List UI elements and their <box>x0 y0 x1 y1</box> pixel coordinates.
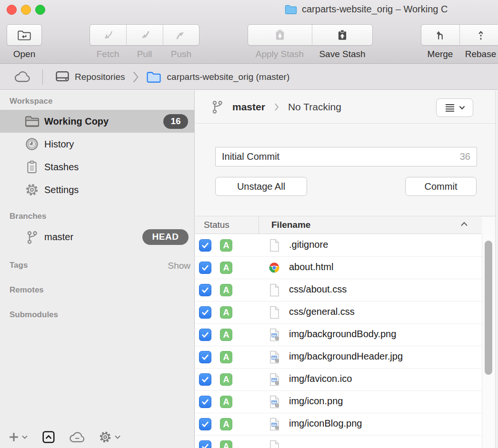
status-added-badge: A <box>220 396 232 408</box>
unstage-all-button[interactable]: Unstage All <box>215 177 307 196</box>
pull-label: Pull <box>126 49 163 59</box>
toolbar-merge-group: Merge Rebase <box>421 24 498 59</box>
gear-icon <box>99 430 112 444</box>
fetch-label: Fetch <box>90 49 126 59</box>
commit-button[interactable]: Commit <box>405 177 477 196</box>
zoom-button[interactable] <box>35 5 45 15</box>
apply-stash-label: Apply Stash <box>248 49 312 59</box>
rebase-label: Rebase <box>459 49 498 59</box>
status-added-badge: A <box>220 239 232 252</box>
pull-button[interactable] <box>126 25 162 45</box>
sidebar-item-working-copy[interactable]: Working Copy 16 <box>0 110 194 133</box>
breadcrumb: Repositories carparts-website_orig (mast… <box>0 65 498 90</box>
file-row[interactable]: A img/icon.png <box>195 391 482 413</box>
close-button[interactable] <box>7 5 17 15</box>
branch-name: master <box>44 232 73 243</box>
sidebar-item-history[interactable]: History <box>0 133 194 156</box>
rebase-icon <box>475 29 487 42</box>
scrollbar-track[interactable] <box>482 234 495 448</box>
file-row[interactable]: A img/backgroundBody.png <box>195 324 482 346</box>
hamburger-icon <box>445 104 455 112</box>
merge-icon <box>434 29 447 42</box>
doc-file-icon <box>268 440 281 448</box>
doc-file-icon <box>268 239 281 252</box>
save-stash-button[interactable] <box>312 25 372 45</box>
tags-header[interactable]: Tags <box>10 261 28 270</box>
sidebar-item-branch-master[interactable]: master HEAD <box>0 225 194 248</box>
apply-stash-icon <box>274 29 286 42</box>
column-header-status[interactable]: Status <box>204 220 229 230</box>
open-button[interactable] <box>7 25 41 45</box>
hide-panel-button[interactable] <box>41 430 56 444</box>
file-row[interactable]: A css/general.css <box>195 302 482 324</box>
submodules-header[interactable]: Submodules <box>10 310 58 320</box>
stage-checkbox[interactable] <box>199 329 211 341</box>
status-added-badge: A <box>220 329 232 341</box>
doc-file-icon <box>268 306 281 319</box>
file-row[interactable]: A about.html <box>195 257 482 279</box>
file-row[interactable]: A <box>195 436 482 448</box>
sidebar-item-settings[interactable]: Settings <box>0 178 194 201</box>
repositories-icon <box>54 69 70 85</box>
push-button[interactable] <box>163 25 199 45</box>
repo-settings-button[interactable] <box>99 430 121 444</box>
head-badge: HEAD <box>142 229 189 245</box>
column-divider[interactable] <box>259 217 259 234</box>
branch-icon <box>24 230 40 244</box>
branches-header[interactable]: Branches <box>10 212 46 221</box>
breadcrumb-current-repo[interactable]: carparts-website_orig (master) <box>167 72 290 82</box>
push-label: Push <box>163 49 199 59</box>
file-row[interactable]: A .gitignore <box>195 234 482 257</box>
workspace-header: Workspace <box>10 97 52 106</box>
stage-checkbox[interactable] <box>199 351 211 363</box>
stage-checkbox[interactable] <box>199 284 211 296</box>
file-row[interactable]: A img/backgroundHeader.jpg <box>195 346 482 369</box>
breadcrumb-repositories[interactable]: Repositories <box>75 72 125 82</box>
filename: .gitignore <box>289 239 328 250</box>
add-repo-button[interactable] <box>8 431 28 443</box>
stage-checkbox[interactable] <box>199 306 211 319</box>
fetch-button[interactable] <box>90 25 126 45</box>
branch-status-bar: master No Tracking <box>195 90 495 124</box>
tags-show-button[interactable]: Show <box>168 261 190 271</box>
status-added-badge: A <box>220 440 232 448</box>
view-options-button[interactable] <box>436 98 473 117</box>
apply-stash-button[interactable] <box>248 25 312 45</box>
commit-message-input[interactable]: Initial Commit 36 <box>215 147 477 166</box>
plus-icon <box>8 431 20 443</box>
filename: css/general.css <box>289 306 355 317</box>
stage-checkbox[interactable] <box>199 373 211 386</box>
rebase-button[interactable] <box>459 25 498 45</box>
image-file-icon <box>268 373 281 386</box>
image-file-icon <box>268 418 281 431</box>
remote-cloud-button[interactable] <box>68 430 86 444</box>
clipboard-icon <box>24 160 40 174</box>
stage-checkbox[interactable] <box>199 396 211 408</box>
status-added-badge: A <box>220 373 232 386</box>
remotes-header[interactable]: Remotes <box>10 285 44 295</box>
commit-area: Initial Commit 36 Unstage All Commit <box>195 124 495 216</box>
minimize-button[interactable] <box>21 5 31 15</box>
status-added-badge: A <box>220 418 232 430</box>
merge-label: Merge <box>421 49 459 59</box>
column-header-filename[interactable]: Filename <box>271 220 310 230</box>
stage-checkbox[interactable] <box>199 239 211 252</box>
filename: img/icon.png <box>289 396 343 407</box>
doc-file-icon <box>268 283 281 297</box>
stage-checkbox[interactable] <box>199 440 211 448</box>
scrollbar-thumb[interactable] <box>485 241 492 375</box>
chrome-file-icon <box>268 261 281 274</box>
file-row[interactable]: A css/about.css <box>195 279 482 302</box>
stage-checkbox[interactable] <box>199 262 211 274</box>
pane-right-gutter <box>495 90 498 448</box>
sidebar: Workspace Working Copy 16 History <box>0 90 195 448</box>
chevron-down-icon <box>459 106 465 110</box>
file-row[interactable]: A img/favicon.ico <box>195 369 482 391</box>
stage-checkbox[interactable] <box>199 418 211 430</box>
save-stash-icon <box>336 29 349 42</box>
cloud-icon[interactable] <box>13 70 32 84</box>
merge-button[interactable] <box>421 25 459 45</box>
file-row[interactable]: A img/iconBlog.png <box>195 413 482 436</box>
current-branch: master <box>232 101 265 113</box>
sidebar-item-stashes[interactable]: Stashes <box>0 156 194 178</box>
